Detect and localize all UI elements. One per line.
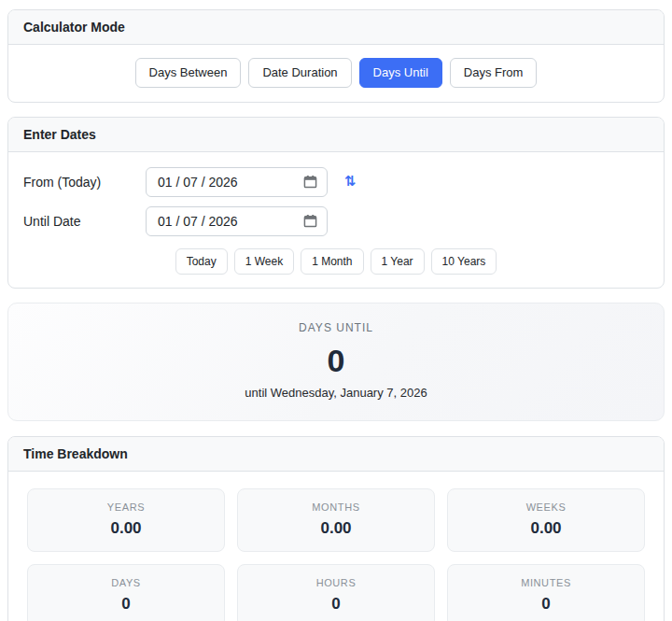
quick-button-1-year[interactable]: 1 Year — [371, 248, 425, 275]
tile-minutes-value: 0 — [457, 595, 635, 614]
until-date-input[interactable]: 01 / 07 / 2026 — [146, 206, 328, 236]
swap-dates-button[interactable]: ⇅ — [344, 175, 357, 189]
tile-years: YEARS 0.00 — [27, 488, 225, 552]
tile-weeks-label: WEEKS — [457, 501, 635, 513]
mode-button-row: Days Between Date Duration Days Until Da… — [8, 45, 664, 102]
mode-button-days-from[interactable]: Days From — [450, 58, 538, 88]
tile-hours-value: 0 — [247, 595, 425, 614]
tile-months: MONTHS 0.00 — [237, 488, 435, 552]
from-date-label: From (Today) — [23, 175, 146, 190]
enter-dates-card: Enter Dates From (Today) 01 / 07 / 2026 … — [7, 117, 665, 289]
tile-hours-label: HOURS — [247, 577, 425, 588]
result-subtext: until Wednesday, January 7, 2026 — [27, 386, 645, 400]
tile-days-value: 0 — [37, 595, 215, 614]
tile-days: DAYS 0 — [27, 564, 225, 621]
enter-dates-body: From (Today) 01 / 07 / 2026 ⇅ Until Date — [8, 152, 664, 288]
from-date-row: From (Today) 01 / 07 / 2026 ⇅ — [23, 167, 649, 197]
time-breakdown-body: YEARS 0.00 MONTHS 0.00 WEEKS 0.00 DAYS 0… — [8, 472, 664, 621]
mode-button-days-between[interactable]: Days Between — [135, 58, 242, 88]
calendar-icon[interactable] — [303, 175, 317, 189]
until-date-label: Until Date — [23, 214, 146, 229]
from-date-input[interactable]: 01 / 07 / 2026 — [146, 167, 328, 197]
calculator-mode-header: Calculator Mode — [8, 10, 664, 45]
tile-minutes: MINUTES 0 — [447, 564, 645, 621]
breakdown-tile-grid: YEARS 0.00 MONTHS 0.00 WEEKS 0.00 DAYS 0… — [27, 488, 645, 621]
calendar-icon[interactable] — [303, 214, 317, 228]
calculator-mode-card: Calculator Mode Days Between Date Durati… — [7, 9, 665, 103]
result-label: DAYS UNTIL — [27, 321, 645, 334]
quick-button-1-month[interactable]: 1 Month — [301, 248, 363, 275]
result-card: DAYS UNTIL 0 until Wednesday, January 7,… — [7, 303, 665, 421]
tile-years-label: YEARS — [37, 501, 215, 513]
time-breakdown-header: Time Breakdown — [8, 437, 664, 472]
tile-months-value: 0.00 — [247, 519, 425, 538]
quick-button-10-years[interactable]: 10 Years — [431, 248, 497, 275]
tile-months-label: MONTHS — [247, 501, 425, 513]
enter-dates-header: Enter Dates — [8, 118, 664, 152]
mode-button-date-duration[interactable]: Date Duration — [248, 58, 351, 88]
quick-button-1-week[interactable]: 1 Week — [234, 248, 294, 275]
tile-weeks: WEEKS 0.00 — [447, 488, 645, 552]
tile-years-value: 0.00 — [37, 519, 215, 538]
tile-minutes-label: MINUTES — [457, 577, 635, 588]
from-date-value: 01 / 07 / 2026 — [158, 175, 238, 190]
tile-weeks-value: 0.00 — [457, 519, 635, 538]
quick-preset-row: Today 1 Week 1 Month 1 Year 10 Years — [23, 248, 649, 275]
time-breakdown-card: Time Breakdown YEARS 0.00 MONTHS 0.00 WE… — [7, 436, 665, 621]
swap-vertical-icon: ⇅ — [344, 173, 357, 190]
tile-days-label: DAYS — [37, 577, 215, 588]
until-date-value: 01 / 07 / 2026 — [158, 214, 238, 229]
quick-button-today[interactable]: Today — [175, 248, 228, 275]
until-date-row: Until Date 01 / 07 / 2026 — [23, 206, 649, 236]
mode-button-days-until[interactable]: Days Until — [359, 58, 442, 88]
tile-hours: HOURS 0 — [237, 564, 435, 621]
result-value: 0 — [27, 345, 645, 376]
